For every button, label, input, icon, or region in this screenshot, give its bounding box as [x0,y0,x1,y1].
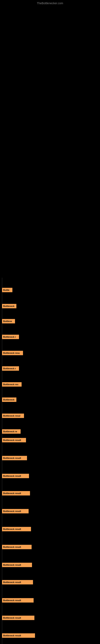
chart-area [0,6,100,207]
bottleneck-bar-18: Bottleneck result [2,563,32,567]
bottleneck-item-4: Bottleneck r [2,335,19,340]
bottleneck-item-12: Bottleneck result [2,456,27,461]
bottleneck-bar-11: Bottleneck result [2,438,26,442]
bottleneck-bar-8: Bottleneck [2,398,16,402]
bottleneck-item-17: Bottleneck result [2,545,32,550]
bottleneck-item-2: Bottleneck [2,304,16,309]
bottleneck-bar-16: Bottleneck result [2,527,31,531]
bottleneck-bar-10: Bottleneck re [2,429,21,434]
bottleneck-bar-1: Bottle [2,288,12,292]
bottleneck-bar-12: Bottleneck result [2,456,27,460]
bottleneck-bar-3: Bottlene [2,319,15,324]
bottleneck-item-3: Bottlene [2,319,15,324]
bottleneck-item-10: Bottleneck re [2,429,21,434]
bottleneck-item-20: Bottleneck result [2,598,34,603]
bottleneck-item-1: Bottle [2,288,12,293]
bottleneck-bar-4: Bottleneck r [2,335,19,339]
bottleneck-bar-22: Bottleneck result [2,633,35,638]
bottleneck-item-9: Bottleneck resul [2,414,24,419]
bottleneck-bar-9: Bottleneck resul [2,414,24,418]
bottleneck-bar-21: Bottleneck result [2,616,34,620]
bottleneck-item-14: Bottleneck result [2,491,30,496]
bottleneck-bar-7: Bottleneck res [2,382,22,386]
bottleneck-item-11: Bottleneck result [2,438,26,443]
bottleneck-bar-19: Bottleneck result [2,580,33,584]
bottleneck-item-16: Bottleneck result [2,527,31,532]
bottleneck-bar-13: Bottleneck result [2,474,29,478]
bottleneck-item-7: Bottleneck res [2,382,22,388]
bottleneck-item-18: Bottleneck result [2,563,32,568]
bottleneck-bar-2: Bottleneck [2,304,16,308]
bottleneck-bar-14: Bottleneck result [2,491,30,496]
bottleneck-bar-15: Bottleneck result [2,509,29,514]
bottleneck-item-13: Bottleneck result [2,474,29,479]
bottleneck-item-19: Bottleneck result [2,580,33,585]
bottleneck-bar-17: Bottleneck result [2,545,32,549]
bottleneck-item-22: Bottleneck result [2,633,35,638]
bottleneck-bar-20: Bottleneck result [2,598,34,602]
bottleneck-item-6: Bottleneck r [2,366,19,372]
bottleneck-item-8: Bottleneck [2,398,16,403]
bottleneck-item-15: Bottleneck result [2,509,29,514]
bottleneck-bar-6: Bottleneck r [2,366,19,371]
bottleneck-bar-5: Bottleneck resu [2,351,23,355]
site-title: TheBottlenecker.com [0,0,100,6]
bottleneck-item-5: Bottleneck resu [2,351,23,356]
bottleneck-item-21: Bottleneck result [2,616,34,621]
site-title-container: TheBottlenecker.com [0,0,100,6]
